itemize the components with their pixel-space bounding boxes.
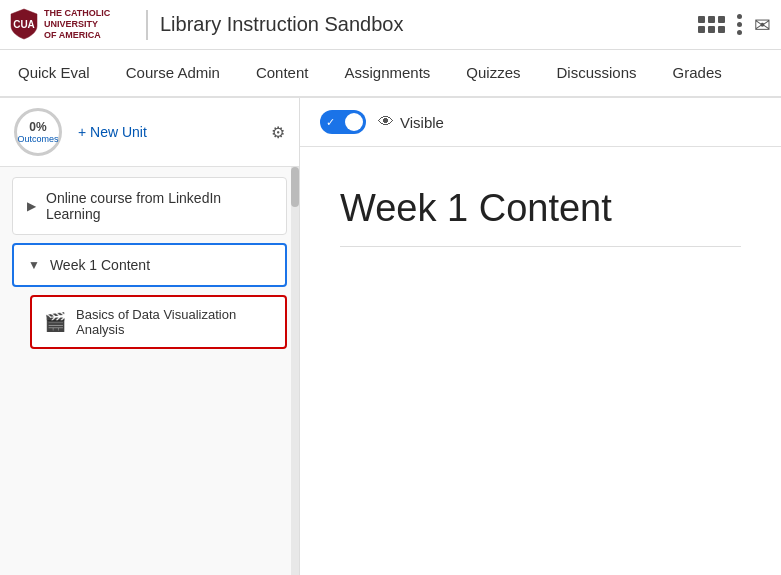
toggle-check-icon: ✓: [326, 116, 335, 129]
sidebar: 0% Outcomes + New Unit ⚙ ▶ Online course…: [0, 98, 300, 575]
content-area: ✓ 👁 Visible Week 1 Content: [300, 98, 781, 575]
sidebar-subitem-visualization[interactable]: 🎬 Basics of Data Visualization Analysis: [30, 295, 287, 349]
content-toolbar: ✓ 👁 Visible: [300, 98, 781, 147]
eye-icon: 👁: [378, 113, 394, 131]
content-body: Week 1 Content: [300, 147, 781, 287]
nav-quizzes[interactable]: Quizzes: [448, 50, 538, 98]
sidebar-subitem-label: Basics of Data Visualization Analysis: [76, 307, 273, 337]
university-logo: CUA: [10, 8, 38, 40]
content-title: Week 1 Content: [340, 187, 741, 230]
nav-course-admin[interactable]: Course Admin: [108, 50, 238, 98]
mail-icon[interactable]: ✉: [754, 13, 771, 37]
main-layout: 0% Outcomes + New Unit ⚙ ▶ Online course…: [0, 98, 781, 575]
outcomes-label: Outcomes: [17, 134, 58, 144]
toggle-knob: [345, 113, 363, 131]
sidebar-item-week1[interactable]: ▼ Week 1 Content: [12, 243, 287, 287]
outcomes-circle: 0% Outcomes: [14, 108, 62, 156]
chevron-down-icon: ▼: [28, 258, 40, 272]
nav-assignments[interactable]: Assignments: [326, 50, 448, 98]
content-divider: [340, 246, 741, 247]
logo-area: CUA THE CATHOLIC UNIVERSITY OF AMERICA: [10, 8, 134, 40]
nav-discussions[interactable]: Discussions: [539, 50, 655, 98]
visible-label-area: 👁 Visible: [378, 113, 444, 131]
chevron-right-icon: ▶: [27, 199, 36, 213]
visible-toggle[interactable]: ✓: [320, 110, 366, 134]
top-bar-icons: ✉: [698, 13, 771, 37]
svg-text:CUA: CUA: [13, 19, 35, 30]
scrollbar-thumb[interactable]: [291, 167, 299, 207]
sidebar-item-label: Online course from LinkedIn Learning: [46, 190, 272, 222]
video-icon: 🎬: [44, 311, 66, 333]
outcomes-pct: 0%: [29, 120, 46, 134]
visible-text: Visible: [400, 114, 444, 131]
new-unit-button[interactable]: + New Unit: [78, 124, 147, 140]
more-options-icon[interactable]: [737, 14, 742, 35]
sidebar-content: ▶ Online course from LinkedIn Learning ▼…: [0, 167, 299, 575]
nav-quick-eval[interactable]: Quick Eval: [0, 50, 108, 98]
nav-bar: Quick Eval Course Admin Content Assignme…: [0, 50, 781, 98]
app-title: Library Instruction Sandbox: [160, 13, 698, 36]
settings-gear-icon[interactable]: ⚙: [271, 123, 285, 142]
sidebar-item-label: Week 1 Content: [50, 257, 150, 273]
scrollbar-track: [291, 167, 299, 575]
nav-grades[interactable]: Grades: [655, 50, 740, 98]
new-unit-label: + New Unit: [78, 124, 147, 140]
sidebar-item-linkedin[interactable]: ▶ Online course from LinkedIn Learning: [12, 177, 287, 235]
top-bar: CUA THE CATHOLIC UNIVERSITY OF AMERICA L…: [0, 0, 781, 50]
nav-content[interactable]: Content: [238, 50, 327, 98]
top-bar-divider: [146, 10, 148, 40]
university-name: THE CATHOLIC UNIVERSITY OF AMERICA: [44, 8, 134, 40]
sidebar-toolbar: 0% Outcomes + New Unit ⚙: [0, 98, 299, 167]
apps-icon[interactable]: [698, 16, 725, 33]
